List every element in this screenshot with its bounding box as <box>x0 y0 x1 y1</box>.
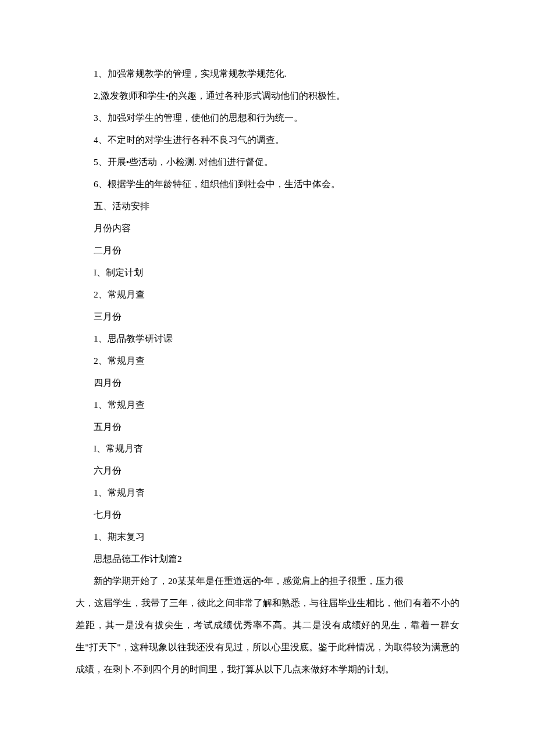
text-line: 2、常规月查 <box>76 350 459 372</box>
text-line: I、常规月杳 <box>76 438 459 460</box>
text-line: 5、开展•些活动，小检测. 对他们进行督促。 <box>76 151 459 173</box>
text-line: 1、常规月杳 <box>76 482 459 504</box>
text-line: 1、加强常规教学的管理，实现常规教学规范化. <box>76 63 459 85</box>
text-line: 2、常规月查 <box>76 284 459 306</box>
text-line: 6、根据学生的年龄特征，组织他们到社会中，生活中体会。 <box>76 173 459 195</box>
month-heading: 五月份 <box>76 416 459 438</box>
month-heading: 七月份 <box>76 504 459 526</box>
month-heading: 三月份 <box>76 306 459 328</box>
document-content: 1、加强常规教学的管理，实现常规教学规范化. 2,激发教师和学生•的兴趣，通过各… <box>76 63 459 680</box>
month-heading: 四月份 <box>76 372 459 394</box>
text-line: 3、加强对学生的管理，使他们的思想和行为统一。 <box>76 107 459 129</box>
body-paragraph: 新的学期开始了，20某某年是任重道远的•年，感觉肩上的担子很重，压力很 大，这届… <box>76 570 459 680</box>
text-line: 4、不定时的对学生进行各种不良习气的调查。 <box>76 129 459 151</box>
month-heading: 二月份 <box>76 239 459 261</box>
text-line: 1、期末复习 <box>76 526 459 548</box>
text-line: 月份内容 <box>76 217 459 239</box>
month-heading: 六月份 <box>76 460 459 482</box>
section-title: 思想品德工作计划篇2 <box>76 548 459 570</box>
text-line: 1、思品教学研讨课 <box>76 328 459 350</box>
text-line: 2,激发教师和学生•的兴趣，通过各种形式调动他们的积极性。 <box>76 85 459 107</box>
text-line: 1、常规月查 <box>76 394 459 416</box>
paragraph-first-line: 新的学期开始了，20某某年是任重道远的•年，感觉肩上的担子很重，压力很 <box>76 570 459 592</box>
paragraph-rest: 大，这届学生，我带了三年，彼此之间非常了解和熟悉，与往届毕业生相比，他们有着不小… <box>76 592 459 680</box>
section-heading: 五、活动安排 <box>76 195 459 217</box>
text-line: I、制定计划 <box>76 261 459 284</box>
